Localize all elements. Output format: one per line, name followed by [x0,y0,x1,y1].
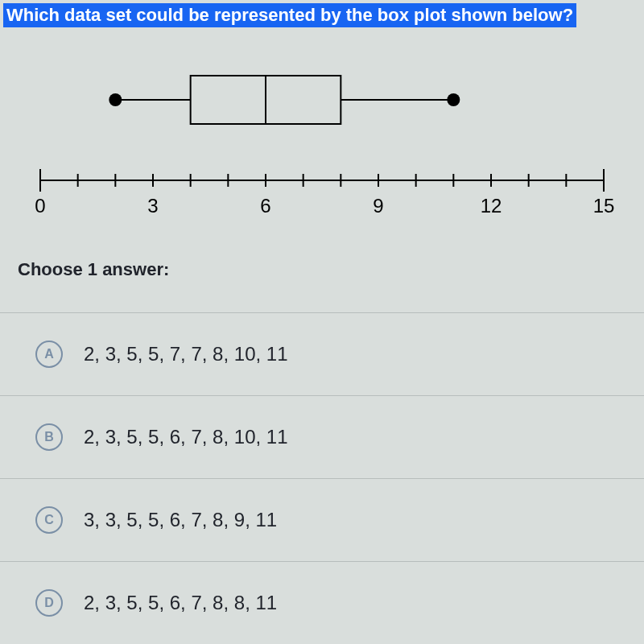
answer-option-c[interactable]: C 3, 3, 5, 5, 6, 7, 8, 9, 11 [0,478,644,561]
option-badge: C [35,506,63,534]
boxplot-svg: 03691215 [8,43,636,237]
svg-text:9: 9 [373,195,383,217]
option-badge: B [35,423,63,451]
svg-text:3: 3 [147,195,158,217]
option-badge: D [35,589,63,617]
svg-text:0: 0 [35,195,45,217]
boxplot-chart: 03691215 [8,43,636,237]
option-text: 2, 3, 5, 5, 6, 7, 8, 8, 11 [84,592,277,614]
answer-option-d[interactable]: D 2, 3, 5, 5, 6, 7, 8, 8, 11 [0,561,644,644]
svg-text:6: 6 [260,195,270,217]
option-text: 2, 3, 5, 5, 6, 7, 8, 10, 11 [84,426,288,448]
svg-point-3 [447,93,460,106]
question-title: Which data set could be represented by t… [3,3,576,27]
answer-option-b[interactable]: B 2, 3, 5, 5, 6, 7, 8, 10, 11 [0,395,644,478]
choose-prompt: Choose 1 answer: [18,259,644,280]
option-text: 2, 3, 5, 5, 7, 7, 8, 10, 11 [84,343,288,365]
svg-text:12: 12 [481,195,502,217]
option-badge: A [35,341,63,368]
option-text: 3, 3, 5, 5, 6, 7, 8, 9, 11 [84,509,277,531]
answer-option-a[interactable]: A 2, 3, 5, 5, 7, 7, 8, 10, 11 [0,312,644,395]
svg-text:15: 15 [593,195,615,217]
answer-list: A 2, 3, 5, 5, 7, 7, 8, 10, 11 B 2, 3, 5,… [0,312,644,644]
svg-point-2 [109,93,122,106]
